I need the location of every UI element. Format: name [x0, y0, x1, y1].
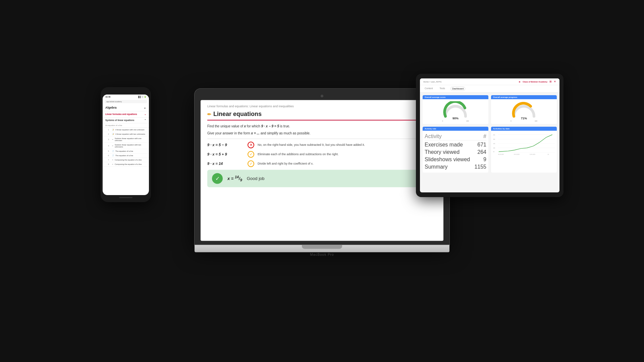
- close-icon: ✕: [554, 80, 556, 83]
- phone-menu-systems[interactable]: Systems of linear equations ⌃: [103, 118, 149, 123]
- laptop-content: Linear formulas and equations: Linear eq…: [201, 100, 443, 241]
- card-average-score: Overall average score 90% 0: [423, 95, 488, 124]
- list-item-3[interactable]: 4 ✏ Solution linear equation with two un…: [103, 143, 149, 149]
- success-check-icon: ✓: [212, 173, 223, 184]
- formula-1: 9 · x = 5 − 9: [207, 143, 244, 147]
- formula-3: 9 · x = 14: [207, 162, 244, 166]
- success-formula: x = 14/9: [227, 175, 242, 182]
- laptop-device: Linear formulas and equations: Linear eq…: [195, 88, 449, 256]
- correct-icon-2: ✓: [248, 151, 254, 158]
- laptop-label: MacBook Pro: [195, 253, 449, 256]
- list-item-0[interactable]: 1 📝 A linear equation with one unknown: [103, 128, 149, 132]
- activity-row-1: Theory viewed 264: [425, 148, 486, 156]
- activity-row-0: Exercises made 671: [425, 141, 486, 148]
- list-item-2[interactable]: 3 ✏ Solution linear equation with one un…: [103, 136, 149, 143]
- tab-dashboard[interactable]: Dashboard: [450, 86, 465, 91]
- correct-icon-3: ✓: [248, 160, 254, 167]
- tablet-outer: Home > user_43741 🏛 Class of Bolster Aca…: [416, 74, 564, 197]
- card-progress-header: Overall average progress: [491, 95, 557, 99]
- chart-container: 250 200 150 100 50: [491, 131, 557, 158]
- list-item-1[interactable]: 2 📝 A linear equation with two unknowns: [103, 132, 149, 136]
- tablet-tabs: Content Tests Dashboard: [420, 85, 559, 93]
- phone-menu-linear[interactable]: Linear formulas and equations ⌄: [103, 111, 149, 118]
- phone-home-indicator: [119, 197, 132, 198]
- answer-text-1: No, on the right-hand side, you have sub…: [258, 143, 437, 146]
- laptop-screen: Linear formulas and equations: Linear eq…: [201, 100, 443, 241]
- laptop-camera: [321, 95, 323, 97]
- svg-text:250: 250: [493, 134, 495, 136]
- gauge-progress-labels: 0 100: [511, 120, 537, 122]
- svg-text:50: 50: [493, 151, 494, 153]
- title-text: Linear equations: [213, 111, 262, 118]
- list-item-4[interactable]: 5 📄 The equation of a line: [103, 149, 149, 154]
- pencil-icon: ✏: [207, 112, 211, 117]
- list-item-5[interactable]: 6 📄 The equation of a line: [103, 154, 149, 158]
- card-average-progress: Overall average progress 71% 0: [491, 95, 557, 124]
- list-item-7[interactable]: 8 ✏ Composing the equation of a line: [103, 162, 149, 167]
- grid-icon: ⊞: [549, 80, 552, 83]
- activities-chart-svg: 250 200 150 100 50: [492, 132, 555, 156]
- activity-row-3: Summary 1155: [425, 163, 486, 171]
- tablet-body: Overall average score 90% 0: [420, 93, 559, 175]
- good-job-text: Good job: [247, 176, 265, 181]
- card-activities-date: Activities by date 250 200 150 100 50: [491, 127, 557, 173]
- svg-text:150: 150: [493, 143, 495, 144]
- tab-tests[interactable]: Tests: [438, 86, 446, 91]
- phone-sub-header: An equation of a line: [103, 123, 149, 128]
- answer-text-3: Divide left and right by the coefficient…: [258, 162, 437, 165]
- phone-status-bar: 16:46 ▌▌ ⬡ 🔋: [103, 95, 149, 99]
- activity-table-header: Activity #: [425, 133, 486, 140]
- list-item-6[interactable]: 7 ✏ Composing the equation of a line: [103, 158, 149, 162]
- tablet-breadcrumb: Home > user_43741: [423, 81, 442, 83]
- answer-row-3: 9 · x = 14 ✓ Divide left and right by th…: [207, 160, 437, 167]
- gauge-progress-svg: [511, 101, 537, 118]
- card-activity-rate: Activity rate Activity # Exercises made …: [423, 127, 488, 173]
- laptop-screen-outer: Linear formulas and equations: Linear eq…: [195, 88, 449, 245]
- formula-2: 9 · x = 5 + 9: [207, 152, 244, 156]
- card-date-header: Activities by date: [491, 127, 557, 131]
- tablet-device: Home > user_43741 🏛 Class of Bolster Aca…: [416, 74, 564, 197]
- success-row: ✓ x = 14/9 Good job: [207, 170, 437, 187]
- answer-row-1: 9 · x = 5 − 9 ✕ No, on the right-hand si…: [207, 141, 437, 148]
- gauge-score-labels: 0 100: [442, 120, 469, 122]
- gauge-score: 90% 0 100: [423, 99, 488, 124]
- phone-url-bar: app.bolster.academy: [105, 100, 147, 103]
- gauge-score-svg: [442, 101, 469, 118]
- tablet-header: Home > user_43741 🏛 Class of Bolster Aca…: [420, 78, 559, 85]
- phone-screen: 16:46 ▌▌ ⬡ 🔋 app.bolster.academy Algebra…: [103, 95, 149, 195]
- phone-outer: 16:46 ▌▌ ⬡ 🔋 app.bolster.academy Algebra…: [101, 87, 151, 202]
- svg-text:200: 200: [493, 139, 495, 140]
- tab-content[interactable]: Content: [423, 86, 434, 91]
- page-title: ✏ Linear equations: [207, 111, 437, 118]
- gauge-progress: 71% 0 100: [491, 99, 557, 124]
- card-activity-header: Activity rate: [423, 127, 488, 131]
- card-score-header: Overall average score: [423, 95, 488, 99]
- tablet-header-right: 🏛 Class of Bolster Academy ⊞ ✕: [519, 80, 556, 83]
- svg-text:03-05-2020: 03-05-2020: [498, 154, 504, 155]
- phone-device: 16:46 ▌▌ ⬡ 🔋 app.bolster.academy Algebra…: [101, 87, 151, 202]
- activity-table-container: Activity # Exercises made 671 Theory vie…: [423, 131, 488, 173]
- laptop-base: [195, 245, 449, 252]
- tablet-screen: Home > user_43741 🏛 Class of Bolster Aca…: [420, 78, 559, 192]
- laptop-notch: [302, 245, 342, 249]
- svg-text:24-: 24-: [548, 154, 549, 155]
- red-divider: [207, 120, 437, 120]
- gauge-progress-value: 71%: [521, 117, 527, 120]
- scene: Linear formulas and equations: Linear eq…: [121, 47, 523, 315]
- answer-text-2: Eliminate each of the additions and subt…: [258, 153, 437, 156]
- svg-text:10-05-2020: 10-05-2020: [530, 154, 535, 155]
- wrong-icon-1: ✕: [248, 141, 254, 148]
- phone-time: 16:46: [105, 96, 110, 98]
- svg-text:05-05-2020: 05-05-2020: [514, 154, 520, 155]
- phone-notch: [117, 90, 134, 93]
- activity-row-2: Slideshows viewed 9: [425, 156, 486, 163]
- answer-row-2: 9 · x = 5 + 9 ✓ Eliminate each of the ad…: [207, 151, 437, 158]
- phone-subject: Algebra ⌄: [103, 104, 149, 111]
- phone-signal-icons: ▌▌ ⬡ 🔋: [138, 96, 146, 98]
- gauge-score-value: 90%: [452, 117, 459, 120]
- divider: [207, 138, 437, 139]
- question-line2: Give your answer in the form x = ... and…: [207, 131, 437, 136]
- tablet-academy: Class of Bolster Academy: [523, 81, 547, 83]
- breadcrumb: Linear formulas and equations: Linear eq…: [207, 105, 437, 108]
- question-line1: Find the unique value of x for which 9 ·…: [207, 124, 437, 129]
